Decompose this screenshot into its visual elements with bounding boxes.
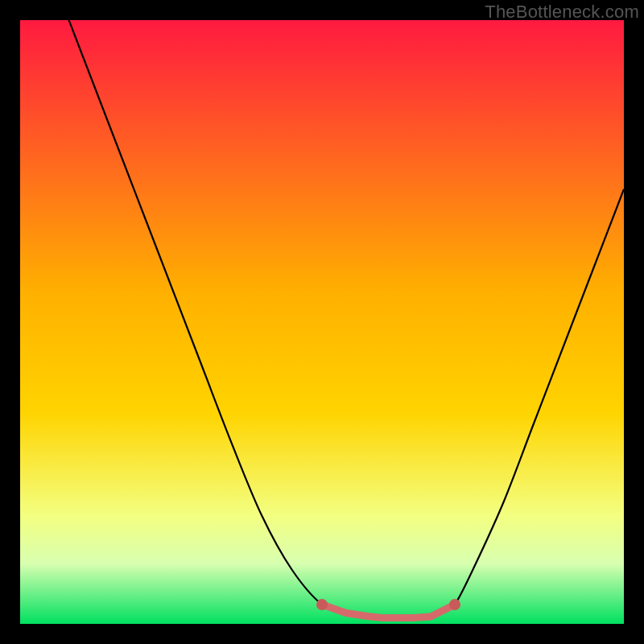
trough-segment — [322, 605, 455, 618]
chart-plot — [20, 20, 624, 624]
chart-canvas — [20, 20, 624, 624]
bottleneck-curve — [51, 20, 625, 618]
trough-end-dot — [316, 599, 328, 610]
trough-end-dot — [449, 599, 460, 610]
